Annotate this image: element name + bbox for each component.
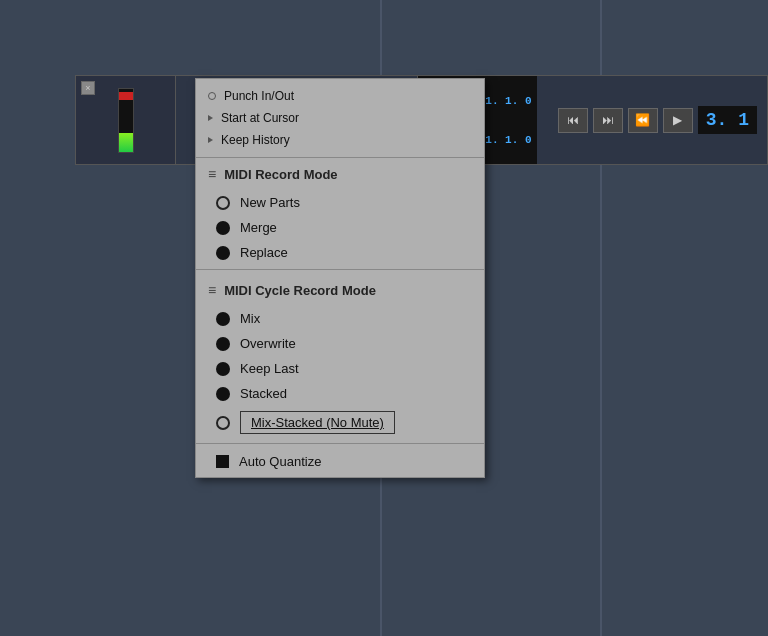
radio-stacked (216, 387, 230, 401)
option-keep-last[interactable]: Keep Last (196, 356, 484, 381)
option-overwrite[interactable]: Overwrite (196, 331, 484, 356)
mix-stacked-label: Mix-Stacked (No Mute) (240, 411, 395, 434)
rewind-button[interactable]: ⏪ (628, 108, 658, 133)
stacked-label: Stacked (240, 386, 287, 401)
keep-last-label: Keep Last (240, 361, 299, 376)
radio-keep-last (216, 362, 230, 376)
midi-cycle-icon: ≡ (208, 282, 216, 298)
radio-merge (216, 221, 230, 235)
context-start-label: Start at Cursor (221, 111, 299, 125)
level-green-segment (119, 133, 133, 152)
midi-cycle-header: ≡ MIDI Cycle Record Mode (196, 274, 484, 306)
option-auto-quantize[interactable]: Auto Quantize (196, 448, 484, 477)
mix-label: Mix (240, 311, 260, 326)
midi-record-header: ≡ MIDI Record Mode (196, 158, 484, 190)
context-keep-history[interactable]: Keep History (196, 129, 484, 151)
section-divider-2 (196, 443, 484, 444)
context-punch-in-out[interactable]: Punch In/Out (196, 85, 484, 107)
overwrite-label: Overwrite (240, 336, 296, 351)
context-punch-label: Punch In/Out (224, 89, 294, 103)
level-red-segment (119, 92, 133, 100)
radio-overwrite (216, 337, 230, 351)
transport-display-num: 3. 1 (698, 106, 757, 134)
context-keep-label: Keep History (221, 133, 290, 147)
level-meter (118, 88, 134, 153)
context-punch-icon (208, 92, 216, 100)
option-stacked[interactable]: Stacked (196, 381, 484, 406)
toolbar-left-panel: × (76, 76, 176, 164)
context-keep-icon (208, 137, 213, 143)
option-mix-stacked[interactable]: Mix-Stacked (No Mute) (196, 406, 484, 439)
midi-cycle-title: MIDI Cycle Record Mode (224, 283, 376, 298)
context-start-at-cursor[interactable]: Start at Cursor (196, 107, 484, 129)
checkbox-auto-quantize (216, 455, 229, 468)
option-mix[interactable]: Mix (196, 306, 484, 331)
context-top-items: Punch In/Out Start at Cursor Keep Histor… (196, 79, 484, 158)
skip-forward-button[interactable]: ⏭ (593, 108, 623, 133)
radio-replace (216, 246, 230, 260)
option-new-parts[interactable]: New Parts (196, 190, 484, 215)
option-replace[interactable]: Replace (196, 240, 484, 265)
merge-label: Merge (240, 220, 277, 235)
midi-record-icon: ≡ (208, 166, 216, 182)
midi-record-title: MIDI Record Mode (224, 167, 337, 182)
auto-quantize-label: Auto Quantize (239, 454, 321, 469)
context-menu: Punch In/Out Start at Cursor Keep Histor… (195, 78, 485, 478)
play-button[interactable]: ▶ (663, 108, 693, 133)
skip-back-button[interactable]: ⏮ (558, 108, 588, 133)
radio-mix-stacked (216, 416, 230, 430)
context-start-icon (208, 115, 213, 121)
toolbar-transport-panel: ⏮ ⏭ ⏪ ▶ 3. 1 (537, 76, 768, 164)
new-parts-label: New Parts (240, 195, 300, 210)
replace-label: Replace (240, 245, 288, 260)
close-button[interactable]: × (81, 81, 95, 95)
option-merge[interactable]: Merge (196, 215, 484, 240)
radio-new-parts (216, 196, 230, 210)
section-divider-1 (196, 269, 484, 270)
radio-mix (216, 312, 230, 326)
